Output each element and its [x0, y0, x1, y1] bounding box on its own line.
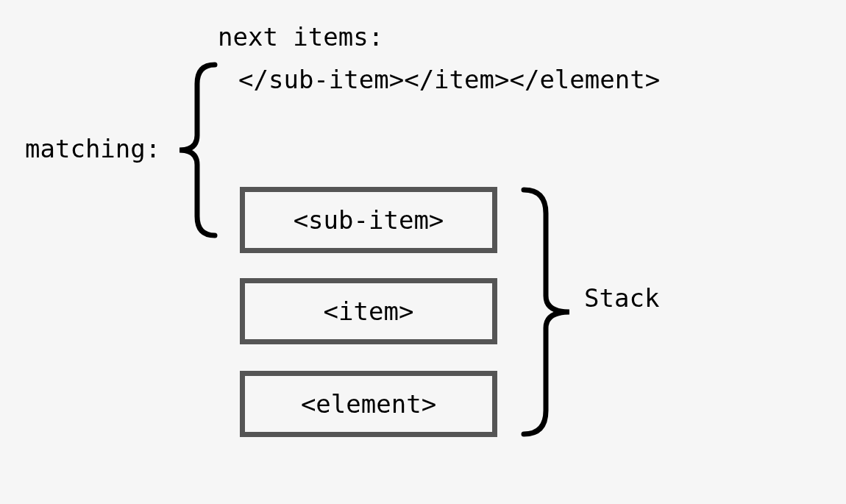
stack-box-middle: <item> — [240, 278, 497, 344]
stack-item-text: <element> — [301, 389, 436, 419]
next-items-label: next items: — [218, 22, 383, 52]
stack-item-text: <sub-item> — [294, 205, 444, 235]
closing-tags-text: </sub-item></item></element> — [238, 65, 660, 94]
right-brace-icon — [515, 187, 581, 437]
stack-item-text: <item> — [324, 297, 414, 326]
left-brace-icon — [171, 62, 224, 238]
stack-label: Stack — [584, 283, 659, 313]
stack-box-top: <sub-item> — [240, 187, 497, 253]
stack-box-bottom: <element> — [240, 371, 497, 437]
matching-label: matching: — [25, 134, 160, 163]
